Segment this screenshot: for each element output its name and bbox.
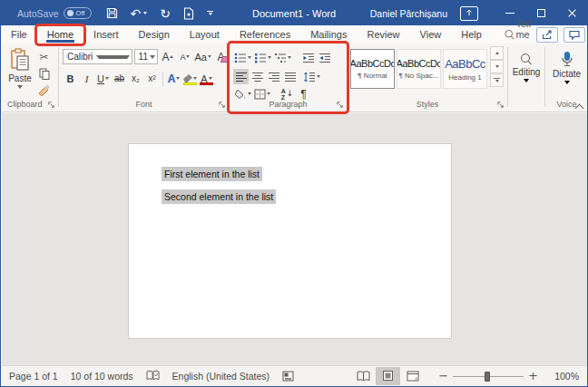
close-button[interactable]	[556, 1, 587, 25]
italic-button[interactable]: I	[79, 71, 94, 86]
style-no-spacing[interactable]: AaBbCcDc ¶ No Spac...	[397, 49, 441, 89]
minimize-icon	[505, 13, 514, 14]
tab-mailings[interactable]: Mailings	[300, 26, 357, 44]
align-left-button[interactable]	[233, 69, 249, 84]
proofing-status-button[interactable]	[146, 370, 160, 382]
chevron-down-icon	[209, 13, 212, 15]
pilcrow-icon: ¶	[300, 88, 306, 101]
zoom-in-button[interactable]: +	[524, 369, 543, 382]
web-layout-button[interactable]	[400, 367, 425, 385]
share-button[interactable]	[536, 27, 558, 43]
document-line-1[interactable]: First element in the list	[162, 169, 262, 179]
user-account[interactable]: Daniel Pârchișanu	[370, 8, 447, 19]
format-painter-button[interactable]	[36, 83, 52, 99]
language-status[interactable]: English (United States)	[172, 371, 270, 382]
bold-button[interactable]: B	[63, 71, 78, 86]
chevron-down-icon	[267, 92, 270, 95]
font-size-combobox[interactable]: 11	[134, 49, 159, 64]
strikethrough-button[interactable]: ab	[112, 71, 127, 86]
clipboard-dialog-launcher[interactable]	[47, 101, 55, 109]
tabs-right-buttons	[536, 27, 585, 43]
align-center-button[interactable]	[250, 69, 265, 84]
collapse-ribbon-button[interactable]	[575, 102, 583, 107]
editing-button[interactable]: Editing	[508, 47, 544, 82]
underline-button[interactable]: U	[95, 71, 111, 86]
clear-formatting-button[interactable]: A	[213, 49, 229, 64]
highlight-color-bar	[183, 82, 197, 85]
tab-help[interactable]: Help	[451, 26, 492, 44]
text-effects-button[interactable]: A	[166, 71, 181, 86]
tab-references[interactable]: References	[230, 26, 300, 44]
autosave-toggle[interactable]: AutoSave Off	[17, 7, 92, 19]
group-clipboard: Paste ✂ Clipboard	[2, 44, 58, 111]
maximize-icon	[537, 9, 545, 17]
autosave-switch[interactable]: Off	[64, 7, 92, 19]
zoom-out-button[interactable]: −	[434, 369, 453, 382]
style-gallery: AaBbCcDc ¶ Normal AaBbCcDc ¶ No Spac... …	[348, 47, 507, 89]
shrink-font-button[interactable]: A	[177, 49, 192, 64]
editing-find-icon	[521, 53, 533, 65]
tab-file[interactable]: File	[2, 26, 37, 44]
undo-button[interactable]: ↶	[127, 4, 152, 24]
paragraph-row-1	[230, 47, 347, 65]
close-icon	[567, 8, 577, 18]
paste-button[interactable]: Paste	[6, 48, 34, 101]
document-canvas[interactable]: First element in the list Second element…	[2, 113, 588, 368]
superscript-button[interactable]: x²	[144, 71, 160, 86]
styles-scroll-up-button[interactable]	[490, 46, 504, 60]
change-case-button[interactable]: Aa	[194, 49, 211, 64]
chevron-down-icon	[248, 92, 251, 95]
tab-review[interactable]: Review	[358, 26, 410, 44]
copy-button[interactable]	[36, 66, 52, 82]
read-mode-button[interactable]	[351, 367, 376, 385]
cut-button[interactable]: ✂	[36, 49, 52, 64]
styles-dialog-launcher[interactable]	[496, 101, 505, 109]
grow-font-button[interactable]: A	[160, 49, 175, 64]
keyboard-status-button[interactable]	[282, 371, 294, 382]
style-heading-1[interactable]: AaBbCc Heading 1	[443, 49, 487, 89]
tab-view[interactable]: View	[410, 26, 452, 44]
align-right-button[interactable]	[266, 69, 281, 84]
line-spacing-button[interactable]	[302, 69, 321, 84]
bullets-button[interactable]	[233, 50, 252, 65]
styles-scroll-down-button[interactable]	[490, 60, 504, 73]
dictate-button[interactable]: Dictate	[545, 47, 588, 84]
print-layout-button[interactable]	[376, 367, 400, 385]
style-normal[interactable]: AaBbCcDc ¶ Normal	[350, 49, 395, 89]
tab-home[interactable]: Home	[37, 26, 83, 44]
styles-more-button[interactable]	[490, 73, 504, 87]
increase-indent-button[interactable]	[317, 50, 332, 65]
multilevel-list-button[interactable]	[273, 50, 292, 65]
redo-button[interactable]: ↻	[156, 4, 174, 24]
tab-design[interactable]: Design	[129, 26, 180, 44]
caret-down-icon	[495, 80, 499, 82]
zoom-slider[interactable]	[453, 367, 524, 385]
font-color-button[interactable]: A	[199, 71, 214, 86]
subscript-button[interactable]: x₂	[128, 71, 143, 86]
customize-qat-button[interactable]	[203, 4, 217, 24]
tab-layout[interactable]: Layout	[180, 26, 230, 44]
touch-mode-button[interactable]	[180, 4, 198, 24]
ribbon-display-options-button[interactable]	[460, 6, 478, 21]
word-count[interactable]: 10 of 10 words	[71, 371, 133, 382]
zoom-slider-thumb[interactable]	[485, 372, 490, 382]
decrease-indent-button[interactable]	[300, 50, 316, 65]
justify-button[interactable]	[282, 69, 298, 84]
save-button[interactable]	[103, 4, 122, 24]
page-count[interactable]: Page 1 of 1	[9, 371, 58, 382]
numbering-button[interactable]	[253, 50, 272, 65]
text-highlight-button[interactable]	[182, 71, 198, 86]
document-line-2[interactable]: Second element in the list	[162, 191, 276, 202]
paragraph-dialog-launcher[interactable]	[336, 101, 344, 109]
font-name-combobox[interactable]: Calibri (Body)	[63, 49, 132, 64]
document-page[interactable]: First element in the list Second element…	[128, 143, 452, 339]
comments-button[interactable]	[564, 27, 585, 43]
status-bar-right: − + 100%	[351, 367, 579, 385]
font-dialog-launcher[interactable]	[218, 101, 226, 109]
share-icon	[542, 30, 553, 40]
align-left-icon	[235, 72, 248, 82]
multilevel-list-icon	[274, 53, 287, 63]
zoom-level[interactable]: 100%	[550, 371, 579, 382]
caret-down-icon	[186, 55, 190, 58]
tab-insert[interactable]: Insert	[83, 26, 129, 44]
